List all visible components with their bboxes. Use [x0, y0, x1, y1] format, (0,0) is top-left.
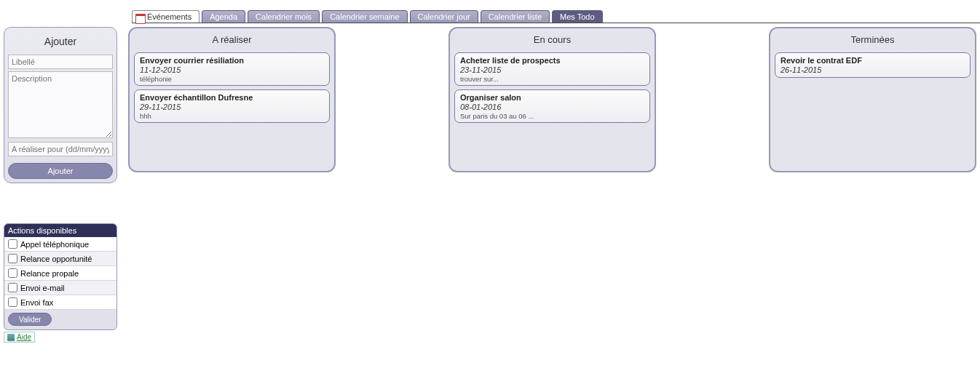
todo-card[interactable]: Acheter liste de prospects 23-11-2015 tr…: [454, 52, 650, 86]
card-date: 29-11-2015: [140, 103, 324, 111]
add-panel-title: Ajouter: [8, 31, 113, 55]
action-checkbox[interactable]: [8, 297, 17, 307]
add-button[interactable]: Ajouter: [8, 163, 113, 179]
action-row[interactable]: Relance propale: [4, 266, 116, 281]
tabs-bar: Événements Agenda Calendrier mois Calend…: [132, 11, 980, 23]
action-checkbox[interactable]: [8, 239, 17, 249]
action-row[interactable]: Appel téléphonique: [4, 237, 116, 252]
card-note: téléphonie: [140, 75, 324, 83]
card-title: Organiser salon: [460, 93, 644, 102]
action-checkbox[interactable]: [8, 254, 17, 263]
card-date: 23-11-2015: [460, 65, 644, 74]
card-date: 11-12-2015: [140, 65, 324, 74]
column-inprogress: En cours Acheter liste de prospects 23-1…: [448, 27, 656, 172]
card-title: Acheter liste de prospects: [460, 56, 644, 65]
action-label: Appel téléphonique: [20, 240, 89, 249]
action-row[interactable]: Envoi fax: [4, 295, 116, 310]
todo-card[interactable]: Organiser salon 08-01-2016 Sur paris du …: [454, 89, 650, 123]
column-title: Terminées: [770, 28, 975, 52]
column-box: A réaliser Envoyer courrier résiliation …: [128, 27, 336, 172]
column-title: A réaliser: [130, 28, 334, 52]
action-row[interactable]: Relance opportunité: [4, 252, 116, 266]
card-title: Revoir le contrat EDF: [781, 56, 965, 65]
todo-card[interactable]: Envoyer échantillon Dufresne 29-11-2015 …: [134, 89, 330, 123]
column-title: En cours: [450, 28, 655, 52]
actions-panel-title: Actions disponibles: [4, 224, 116, 237]
todo-card[interactable]: Revoir le contrat EDF 26-11-2015: [775, 52, 971, 78]
action-label: Relance opportunité: [20, 255, 92, 263]
tab-agenda[interactable]: Agenda: [202, 10, 245, 23]
column-done: Terminées Revoir le contrat EDF 26-11-20…: [769, 27, 976, 172]
action-row[interactable]: Envoi e-mail: [4, 281, 116, 295]
add-panel: Ajouter Ajouter: [4, 27, 117, 183]
card-note: hhh: [140, 112, 324, 120]
todo-card[interactable]: Envoyer courrier résiliation 11-12-2015 …: [134, 52, 330, 86]
card-title: Envoyer courrier résiliation: [140, 56, 324, 65]
help-label: Aide: [17, 333, 31, 341]
tab-calendrier-liste[interactable]: Calendrier liste: [481, 10, 550, 23]
help-link[interactable]: Aide: [4, 332, 35, 343]
kanban-columns: A réaliser Envoyer courrier résiliation …: [128, 27, 976, 172]
card-note: trouver sur...: [460, 75, 644, 83]
tab-calendrier-jour[interactable]: Calendrier jour: [410, 10, 478, 23]
book-icon: [7, 334, 15, 341]
action-checkbox[interactable]: [8, 283, 17, 292]
action-label: Envoi fax: [20, 298, 53, 307]
column-todo: A réaliser Envoyer courrier résiliation …: [128, 27, 336, 172]
card-title: Envoyer échantillon Dufresne: [140, 93, 324, 102]
date-input[interactable]: [8, 142, 113, 156]
tab-mes-todo[interactable]: Mes Todo: [552, 10, 603, 23]
card-date: 26-11-2015: [781, 65, 965, 74]
calendar-icon: [135, 12, 144, 21]
actions-panel: Actions disponibles Appel téléphonique R…: [4, 223, 117, 330]
page-category-text: Événements: [147, 12, 191, 21]
card-note: Sur paris du 03 au 06 ...: [460, 112, 644, 120]
validate-button[interactable]: Valider: [8, 313, 52, 326]
action-label: Relance propale: [20, 269, 79, 278]
column-box: Terminées Revoir le contrat EDF 26-11-20…: [769, 27, 976, 172]
description-input[interactable]: [8, 71, 113, 138]
tab-calendrier-mois[interactable]: Calendrier mois: [248, 10, 320, 23]
page-category-label: Événements: [132, 10, 199, 23]
tab-calendrier-semaine[interactable]: Calendrier semaine: [322, 10, 407, 23]
action-label: Envoi e-mail: [20, 284, 65, 292]
column-box: En cours Acheter liste de prospects 23-1…: [448, 27, 656, 172]
card-date: 08-01-2016: [460, 103, 644, 111]
libelle-input[interactable]: [8, 55, 113, 69]
action-checkbox[interactable]: [8, 268, 17, 278]
